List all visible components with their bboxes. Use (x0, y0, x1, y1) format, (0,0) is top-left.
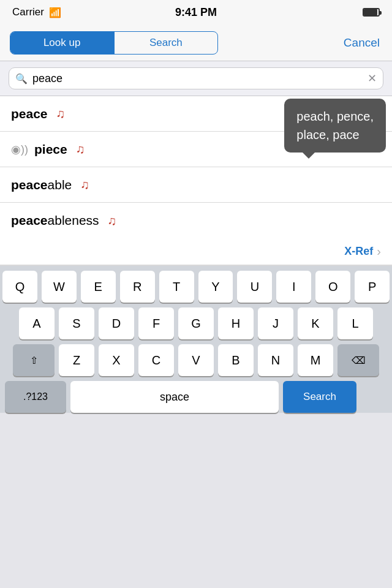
search-key[interactable]: Search (283, 381, 356, 413)
result-word: peaceable (11, 178, 72, 192)
key-P[interactable]: P (355, 271, 390, 303)
key-J[interactable]: J (258, 307, 293, 339)
key-T[interactable]: T (159, 271, 194, 303)
key-Z[interactable]: Z (59, 344, 94, 376)
cancel-button[interactable]: Cancel (341, 36, 382, 50)
key-Y[interactable]: Y (198, 271, 233, 303)
key-M[interactable]: M (298, 344, 333, 376)
keyboard: Q W E R T Y U I O P A S D F G H J K L ⇧ … (0, 266, 392, 413)
result-word: peaceableness (11, 213, 99, 228)
key-D[interactable]: D (99, 307, 134, 339)
header: Look up Search Cancel (0, 24, 392, 61)
xref-row[interactable]: X-Ref › (0, 238, 392, 265)
key-N[interactable]: N (258, 344, 293, 376)
results-list: peach, pence, place, pace peace ♫ ◉)) pi… (0, 96, 392, 266)
speaker-icon: ◉)) (11, 143, 28, 156)
segment-control: Look up Search (10, 31, 218, 55)
keyboard-bottom-row: .?123 space Search (2, 381, 390, 413)
space-key[interactable]: space (70, 381, 279, 413)
key-B[interactable]: B (218, 344, 254, 376)
search-input[interactable] (32, 72, 363, 85)
battery-icon (363, 8, 380, 17)
keyboard-row-1: Q W E R T Y U I O P (2, 271, 390, 303)
key-R[interactable]: R (120, 271, 155, 303)
key-W[interactable]: W (42, 271, 77, 303)
lookup-tab[interactable]: Look up (10, 32, 113, 54)
key-C[interactable]: C (138, 344, 174, 376)
music-note-icon: ♫ (80, 178, 89, 192)
search-magnifier-icon: 🔍 (15, 73, 28, 85)
wifi-icon: 📶 (49, 7, 61, 18)
key-A[interactable]: A (19, 307, 55, 339)
numbers-key[interactable]: .?123 (5, 381, 66, 413)
keyboard-row-3: ⇧ Z X C V B N M ⌫ (2, 344, 390, 376)
key-V[interactable]: V (178, 344, 214, 376)
carrier-label: Carrier (12, 6, 44, 18)
key-S[interactable]: S (59, 307, 94, 339)
key-H[interactable]: H (218, 307, 254, 339)
key-I[interactable]: I (276, 271, 311, 303)
result-word-bold: peace (11, 107, 48, 121)
status-bar: Carrier 📶 9:41 PM (0, 0, 392, 24)
delete-key[interactable]: ⌫ (337, 344, 379, 376)
result-word-bold: piece (34, 142, 67, 157)
key-E[interactable]: E (81, 271, 116, 303)
key-Q[interactable]: Q (2, 271, 37, 303)
music-note-icon: ♫ (56, 107, 66, 121)
key-U[interactable]: U (237, 271, 272, 303)
key-X[interactable]: X (99, 344, 134, 376)
key-L[interactable]: L (337, 307, 373, 339)
music-note-icon: ♫ (76, 142, 85, 156)
search-tab[interactable]: Search (115, 32, 217, 54)
clear-icon[interactable]: ✕ (368, 72, 377, 85)
result-item-piece[interactable]: ◉)) piece ♫ (0, 132, 392, 167)
music-note-icon: ♫ (108, 214, 117, 228)
result-item-peaceable[interactable]: peaceable ♫ (0, 167, 392, 203)
key-K[interactable]: K (298, 307, 333, 339)
xref-chevron-icon: › (377, 244, 381, 258)
search-bar-container: 🔍 ✕ (0, 61, 392, 96)
key-O[interactable]: O (315, 271, 350, 303)
key-G[interactable]: G (178, 307, 214, 339)
search-input-wrap: 🔍 ✕ (9, 67, 383, 89)
key-F[interactable]: F (138, 307, 174, 339)
result-item-peaceableness[interactable]: peaceableness ♫ (0, 203, 392, 238)
xref-label: X-Ref (344, 245, 373, 258)
shift-key[interactable]: ⇧ (13, 344, 55, 376)
status-time: 9:41 PM (175, 6, 217, 19)
keyboard-row-2: A S D F G H J K L (2, 307, 390, 339)
result-item-peace[interactable]: peace ♫ (0, 96, 392, 132)
